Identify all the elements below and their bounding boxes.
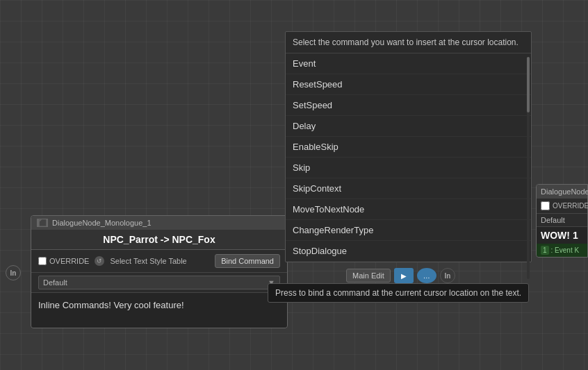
command-item-skipcontext[interactable]: SkipContext <box>286 178 531 199</box>
refresh-icon[interactable]: ↺ <box>95 256 104 266</box>
tooltip-box: Press to bind a command at the current c… <box>268 283 529 303</box>
in-label-toolbar: In <box>444 272 450 280</box>
tooltip-text: Press to bind a command at the current c… <box>275 288 521 298</box>
override-checkbox[interactable] <box>38 257 47 265</box>
dialogue-node-title: NPC_Parrot -> NPC_Fox <box>31 230 287 250</box>
dialogue-node-header: ⬛ DialogueNode_Monologue_1 <box>31 216 287 230</box>
command-item-movetonextnode[interactable]: MoveToNextNode <box>286 199 531 220</box>
command-item-delay[interactable]: Delay <box>286 116 531 137</box>
dialogue-text-content[interactable]: Inline Commands! Very cool feature! <box>31 293 287 328</box>
scroll-track[interactable] <box>527 57 530 279</box>
event-number-badge: 1 <box>541 246 549 255</box>
in-badge-left[interactable]: In <box>6 265 21 280</box>
right-override-row: OVERRIDE <box>537 199 587 214</box>
play-icon: ▶ <box>401 272 407 280</box>
right-override-label: OVERRIDE <box>553 202 588 210</box>
style-dropdown[interactable]: Default ▼ <box>38 276 280 289</box>
override-label: OVERRIDE <box>49 257 89 265</box>
dialogue-node-controls: OVERRIDE ↺ Select Text Style Table Bind … <box>31 250 287 273</box>
command-dropdown-panel: Select the command you want to insert at… <box>285 31 532 262</box>
command-item-changerendertype[interactable]: ChangeRenderType <box>286 220 531 241</box>
command-item-enableskip[interactable]: EnableSkip <box>286 137 531 158</box>
override-checkbox-row: OVERRIDE <box>38 257 89 265</box>
command-item-resetspeed[interactable]: ResetSpeed <box>286 74 531 95</box>
options-icon: … <box>423 272 430 280</box>
style-dropdown-label: Default <box>43 278 67 287</box>
command-item-setspeed[interactable]: SetSpeed <box>286 95 531 116</box>
in-label: In <box>10 269 17 277</box>
event-label: : Event K <box>551 246 580 254</box>
main-edit-button[interactable]: Main Edit <box>346 269 391 283</box>
options-button[interactable]: … <box>417 268 436 283</box>
dialogue-node-style-row: Default ▼ <box>31 273 287 293</box>
right-wow-text: WOW! 1 <box>537 227 587 244</box>
command-item-skip[interactable]: Skip <box>286 158 531 178</box>
bind-command-button[interactable]: Bind Command <box>215 254 280 268</box>
in-badge-toolbar[interactable]: In <box>440 268 455 283</box>
command-dropdown-header: Select the command you want to insert at… <box>286 32 531 53</box>
dialogue-node-panel: ⬛ DialogueNode_Monologue_1 NPC_Parrot ->… <box>31 215 288 328</box>
right-default-label: Default <box>537 214 587 227</box>
text-style-select[interactable]: Select Text Style Table <box>110 257 186 265</box>
right-node-panel: DialogueNode OVERRIDE Default WOW! 1 1 :… <box>536 184 588 258</box>
right-event-row: 1 : Event K <box>537 244 587 257</box>
right-override-checkbox[interactable] <box>541 201 550 210</box>
play-button[interactable]: ▶ <box>394 268 414 283</box>
header-icon: ⬛ <box>37 219 48 227</box>
dialogue-node-header-label: DialogueNode_Monologue_1 <box>52 219 152 227</box>
command-item-stopdialogue[interactable]: StopDialogue <box>286 241 531 262</box>
scroll-thumb[interactable] <box>527 57 530 112</box>
right-node-header-label: DialogueNode <box>537 185 587 199</box>
command-item-event[interactable]: Event <box>286 53 531 74</box>
